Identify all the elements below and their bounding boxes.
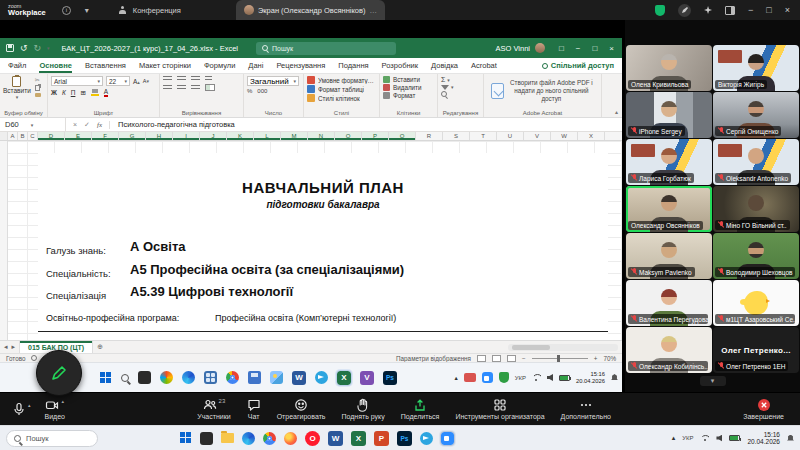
antivirus-icon[interactable] <box>499 372 509 383</box>
column-header[interactable]: C <box>28 132 38 140</box>
cut-icon[interactable]: ✂ <box>35 76 41 83</box>
battery-icon[interactable] <box>729 435 740 441</box>
create-pdf-button[interactable]: Створити файл Adobe PDF і надати до ньог… <box>487 76 598 106</box>
column-header[interactable]: F <box>92 132 119 140</box>
column-header[interactable]: J <box>200 132 227 140</box>
tab-formulas[interactable]: Формули <box>204 61 235 70</box>
column-header[interactable]: T <box>470 132 497 140</box>
word-icon[interactable]: W <box>292 371 306 385</box>
task-view-icon[interactable] <box>138 371 151 384</box>
account-name[interactable]: ASO Vinni <box>496 43 545 53</box>
tab-view[interactable]: Подання <box>338 61 368 70</box>
clock[interactable]: 15:16 20.04.2026 <box>747 431 780 446</box>
opera-icon[interactable]: O <box>305 431 320 446</box>
page-layout-view-icon[interactable] <box>492 355 501 362</box>
column-header[interactable]: E <box>65 132 92 140</box>
italic-button[interactable]: К <box>62 89 66 96</box>
powerpoint-icon[interactable]: P <box>374 431 389 446</box>
excel-restore-button[interactable]: □ <box>592 44 597 53</box>
tab-file[interactable]: Файл <box>8 61 26 70</box>
chevron-down-icon[interactable]: ▾ <box>85 6 89 15</box>
format-as-table-button[interactable]: Формат таблиці <box>307 85 376 93</box>
info-icon[interactable]: i <box>62 6 71 15</box>
excel-search-input[interactable]: Пошук <box>256 42 396 55</box>
tab-developer[interactable]: Розробник <box>382 61 418 70</box>
percent-style-button[interactable]: % <box>247 88 252 94</box>
column-header[interactable]: S <box>443 132 470 140</box>
cell-styles-button[interactable]: Стилі клітинок <box>307 94 376 102</box>
find-select-button[interactable] <box>441 91 480 97</box>
annotation-fab-button[interactable] <box>36 350 82 396</box>
edge-icon[interactable] <box>182 371 195 384</box>
photoshop-icon[interactable]: Ps <box>397 431 412 446</box>
delete-cells-button[interactable]: Видалити <box>383 84 434 91</box>
page-break-view-icon[interactable] <box>507 355 516 362</box>
notifications-icon[interactable] <box>611 374 618 381</box>
column-header[interactable]: O <box>335 132 362 140</box>
column-header[interactable]: R <box>416 132 443 140</box>
volume-icon[interactable] <box>547 374 553 381</box>
comma-style-button[interactable]: 000 <box>257 88 267 94</box>
column-header[interactable]: A <box>8 132 18 140</box>
word-icon[interactable]: W <box>328 431 343 446</box>
tab-page-layout[interactable]: Макет сторінки <box>139 61 191 70</box>
align-left-icon[interactable] <box>163 85 172 91</box>
zoom-app-icon-active[interactable] <box>441 432 454 445</box>
grow-font-button[interactable]: А▴ <box>133 78 140 85</box>
align-center-icon[interactable] <box>177 85 186 91</box>
bold-button[interactable]: Ж <box>51 89 57 96</box>
participant-tile[interactable]: Сергій Онищенко <box>713 92 799 138</box>
tray-expand-icon[interactable]: ▴ <box>454 374 457 382</box>
chrome-icon[interactable] <box>226 371 239 384</box>
start-button[interactable] <box>180 432 192 444</box>
font-name-select[interactable]: Arial ▾ <box>51 76 103 86</box>
insert-cells-button[interactable]: Вставити <box>383 76 434 83</box>
next-sheet-icon[interactable]: ▸ <box>12 343 16 351</box>
paste-button[interactable]: Вставити ▾ <box>3 76 31 100</box>
enter-icon[interactable]: ✓ <box>84 121 90 129</box>
column-header[interactable]: V <box>524 132 551 140</box>
format-cells-button[interactable]: Формат <box>383 92 434 99</box>
participant-tile-video-off[interactable]: Олег Петренко... Олег Петренко 1ЕН <box>713 327 799 373</box>
horizontal-scrollbar[interactable] <box>508 344 618 351</box>
mic-options-chevron[interactable]: ▴ <box>28 402 31 408</box>
firefox-icon[interactable] <box>284 432 297 445</box>
column-header[interactable]: Q <box>389 132 416 140</box>
column-header[interactable]: H <box>146 132 173 140</box>
formula-bar-value[interactable]: Психолого-педагогічна підготовка <box>110 120 243 129</box>
participant-tile[interactable]: Лариса Горбатюк <box>626 139 712 185</box>
cancel-icon[interactable]: × <box>73 121 77 128</box>
select-all-corner[interactable] <box>0 132 8 140</box>
format-painter-icon[interactable] <box>35 93 41 97</box>
worksheet-grid[interactable]: НАВЧАЛЬНИЙ ПЛАН підготовки бакалавра Гал… <box>0 141 622 340</box>
column-header[interactable]: B <box>18 132 28 140</box>
column-header[interactable]: K <box>227 132 254 140</box>
more-participants-chevron[interactable]: ▾ <box>700 376 726 386</box>
share-screen-button[interactable]: Поделиться <box>401 398 440 420</box>
participant-tile[interactable]: м1ЦТ Азаровський Се.. <box>713 280 799 326</box>
language-indicator[interactable]: УКР <box>515 375 526 381</box>
align-right-icon[interactable] <box>191 85 200 91</box>
new-sheet-icon[interactable]: ⊕ <box>97 343 103 351</box>
chrome-icon[interactable] <box>263 432 276 445</box>
prev-sheet-icon[interactable]: ◂ <box>4 343 8 351</box>
view-layout-icon[interactable] <box>725 6 735 15</box>
redo-icon[interactable]: ↻ <box>34 43 42 53</box>
participant-tile[interactable]: Валентина Перегудова <box>626 280 712 326</box>
notifications-icon[interactable] <box>787 435 794 442</box>
font-color-button[interactable]: А <box>104 88 108 97</box>
undo-icon[interactable]: ↺ <box>20 43 28 53</box>
chat-button[interactable]: Чат <box>247 398 261 420</box>
font-size-select[interactable]: 22 ▾ <box>106 76 130 86</box>
participant-tile[interactable]: Oleksandr Antonenko <box>713 139 799 185</box>
taskbar-search-icon[interactable] <box>121 374 129 382</box>
copilot-icon[interactable] <box>160 371 173 384</box>
fill-color-button[interactable] <box>91 89 99 96</box>
annotate-pencil-icon[interactable] <box>678 4 691 17</box>
excel-minimize-button[interactable]: − <box>576 44 581 53</box>
tab-options-icon[interactable]: … <box>369 6 377 15</box>
tray-expand-icon[interactable]: ▴ <box>672 434 676 442</box>
host-tools-button[interactable]: Инструменты организатора <box>455 398 544 420</box>
tab-home[interactable]: Основне <box>39 58 71 73</box>
zoom-slider[interactable] <box>532 358 588 359</box>
